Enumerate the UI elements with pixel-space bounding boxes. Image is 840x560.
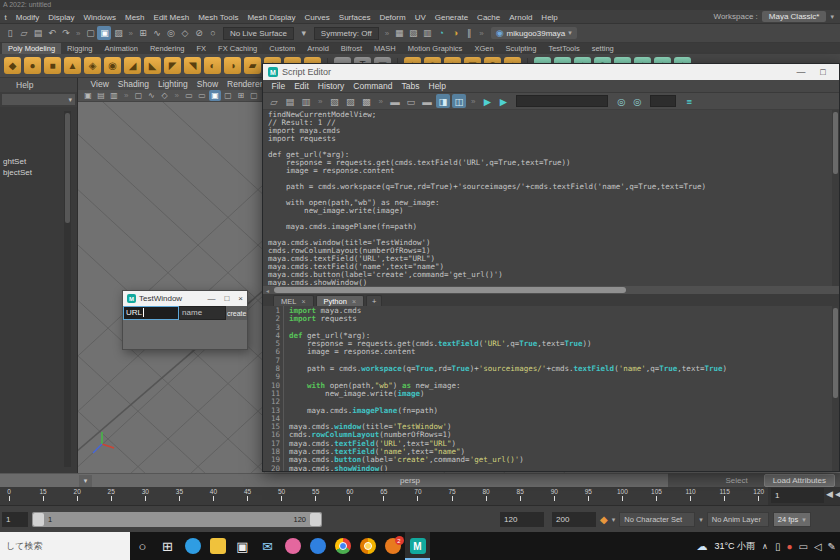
menu-deform[interactable]: Deform [375, 13, 410, 22]
url-field[interactable]: URL [123, 306, 179, 320]
camera-attrs-icon[interactable]: ▥ [108, 90, 120, 101]
auto-key-caret-icon[interactable]: ▾ [612, 516, 616, 524]
minimize-button[interactable]: — [207, 294, 215, 303]
pen-icon[interactable]: ✎ [828, 541, 836, 552]
shelf-tool-icon[interactable]: ▲ [64, 57, 81, 74]
search-prev-icon[interactable]: ◎ [630, 94, 644, 108]
lights-icon[interactable]: ▢ [248, 90, 260, 101]
snap-plane-icon[interactable]: ◇ [178, 26, 192, 40]
shelf-tab-motion-graphics[interactable]: Motion Graphics [402, 43, 469, 54]
menu-modify[interactable]: Modify [11, 13, 44, 22]
shelf-tab-bifrost[interactable]: Bifrost [335, 43, 368, 54]
snap-grid-icon[interactable]: ⊞ [136, 26, 150, 40]
taskbar-search-input[interactable]: して検索 [0, 532, 130, 560]
history-h-scrollbar[interactable]: ◂ [263, 286, 839, 294]
workspace-selector[interactable]: Workspace : Maya Classic* ▾ [713, 11, 840, 22]
shelf-tool-icon[interactable]: ◐ [204, 57, 221, 74]
taskbar-store[interactable]: ▣ [230, 532, 255, 560]
minimize-button[interactable]: — [790, 67, 812, 77]
viewport-menu-view[interactable]: View [86, 79, 113, 89]
scroll-left-icon[interactable]: ◂ [263, 287, 272, 294]
save-script-icon[interactable]: ▤ [283, 94, 297, 108]
redo-icon[interactable]: ↷ [59, 26, 73, 40]
joint-edit-icon[interactable]: ◇ [158, 90, 170, 101]
script-editor-titlebar[interactable]: M Script Editor — □ [263, 64, 839, 80]
curve-edit-icon[interactable]: ∿ [145, 90, 157, 101]
open-script-icon[interactable]: ▱ [267, 94, 281, 108]
shaded-icon[interactable]: ▢ [222, 90, 234, 101]
time-slider[interactable]: 0152025303540455055606570758085909510010… [0, 487, 840, 505]
character-set-caret-icon[interactable]: ▾ [699, 516, 703, 524]
script-editor-input-pane[interactable]: 1234567891011121314151617181920 import m… [263, 306, 839, 471]
textured-icon[interactable]: ⊞ [235, 90, 247, 101]
se-tab-mel[interactable]: MEL× [273, 295, 314, 306]
toggle-history-pane-icon[interactable]: ◨ [436, 94, 450, 108]
close-tab-icon[interactable]: × [301, 298, 305, 305]
texture-view-icon[interactable]: ◑ [448, 26, 462, 40]
outliner-menu-help[interactable]: Help [0, 78, 77, 92]
taskbar-edge[interactable] [180, 532, 205, 560]
se-menu-file[interactable]: File [267, 81, 290, 91]
shelf-tool-icon[interactable]: ● [24, 57, 41, 74]
shelf-tab-animation[interactable]: Animation [99, 43, 144, 54]
outliner-list[interactable]: ghtSet bjectSet [0, 107, 77, 473]
anim-layer-dropdown[interactable]: No Anim Layer [707, 512, 769, 527]
display-icon[interactable]: ▭ [798, 541, 807, 552]
close-tab-icon[interactable]: × [352, 298, 356, 305]
menu-windows[interactable]: Windows [79, 13, 120, 22]
camera-lock-icon[interactable]: ▤ [95, 90, 107, 101]
menu-generate[interactable]: Generate [430, 13, 472, 22]
outliner-scrollbar[interactable] [64, 111, 71, 467]
shelf-tab-rigging[interactable]: Rigging [61, 43, 98, 54]
range-start-handle[interactable] [33, 513, 44, 526]
create-button[interactable]: create [226, 306, 247, 320]
taskbar-chrome[interactable] [330, 532, 355, 560]
taskbar-mail[interactable]: ✉ [255, 532, 280, 560]
se-menu-command[interactable]: Command [349, 81, 397, 91]
shelf-tool-icon[interactable]: ◈ [84, 57, 101, 74]
save-to-shelf-icon[interactable]: ▥ [299, 94, 313, 108]
move-tool-icon[interactable]: ▣ [97, 26, 111, 40]
h-scroll-thumb[interactable] [274, 287, 626, 293]
se-menu-help[interactable]: Help [424, 81, 450, 91]
range-end-handle[interactable] [310, 513, 321, 526]
taskbar-task-view[interactable]: ⊞ [155, 532, 180, 560]
volume-icon[interactable]: ◁ [814, 541, 822, 552]
camera-icon[interactable]: ▣ [82, 90, 94, 101]
shelf-tab-testtools[interactable]: TestTools [542, 43, 585, 54]
anim-start-field[interactable]: 1 [2, 512, 28, 527]
echo-commands-icon[interactable]: ▭ [404, 94, 418, 108]
wireframe-icon[interactable]: ▣ [209, 90, 221, 101]
security-icon[interactable]: ● [786, 541, 792, 552]
shelf-tab-poly-modeling[interactable]: Poly Modeling [2, 43, 61, 54]
ipr-render-icon[interactable]: ▧ [406, 26, 420, 40]
test-window-dialog[interactable]: M TestWindow — □ × URL name create [122, 290, 248, 350]
taskbar-paint-3d[interactable] [280, 532, 305, 560]
input-scrollbar[interactable] [832, 306, 839, 471]
user-account-chip[interactable]: ◉ mikugoo39maya ▾ [491, 27, 577, 39]
weather-temp[interactable]: 31°C 小雨 [714, 540, 755, 553]
se-search-input[interactable] [516, 95, 608, 107]
hidden-icons-chevron-icon[interactable]: ∧ [762, 542, 768, 551]
snap-view-icon[interactable]: ⊘ [192, 26, 206, 40]
shelf-tab-mash[interactable]: MASH [368, 43, 402, 54]
shelf-tool-icon[interactable]: ◑ [224, 57, 241, 74]
script-editor-window[interactable]: M Script Editor — □ FileEditHistoryComma… [262, 63, 840, 472]
clear-all-icon[interactable]: ▩ [359, 94, 373, 108]
test-window-titlebar[interactable]: M TestWindow — □ × [123, 291, 247, 306]
menu-arnold[interactable]: Arnold [505, 13, 537, 22]
taskbar-file-explorer[interactable] [205, 532, 230, 560]
show-line-numbers-icon[interactable]: ▬ [388, 94, 402, 108]
shelf-tab-arnold[interactable]: Arnold [301, 43, 335, 54]
se-menu-edit[interactable]: Edit [290, 81, 314, 91]
se-menu-history[interactable]: History [313, 81, 348, 91]
taskbar-maya[interactable]: M [405, 532, 430, 560]
shelf-tab-custom[interactable]: Custom [263, 43, 301, 54]
history-scroll-thumb[interactable] [833, 112, 838, 174]
single-pane-icon[interactable]: ▭ [183, 90, 195, 101]
select-button[interactable]: Select [717, 476, 755, 485]
menu-mesh-tools[interactable]: Mesh Tools [194, 13, 243, 22]
live-dropdown-icon[interactable]: ▾ [297, 26, 311, 40]
search-next-icon[interactable]: ◎ [614, 94, 628, 108]
range-slider[interactable]: 1 120 [32, 512, 322, 527]
